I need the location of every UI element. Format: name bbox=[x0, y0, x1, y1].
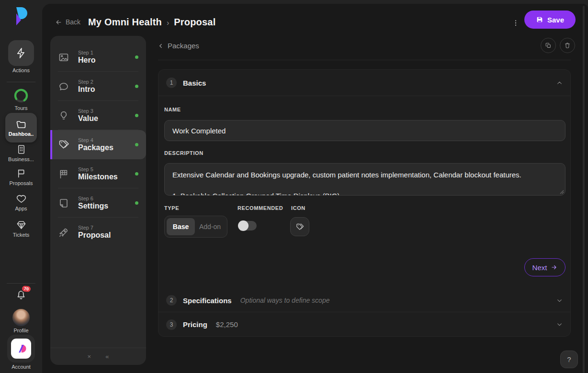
heart-icon bbox=[0, 193, 42, 204]
resize-grip-icon[interactable] bbox=[560, 190, 564, 194]
sidebar-item-label: Dashboa.. bbox=[9, 131, 34, 137]
package-form-card: 1 Basics NAME DESCRIPTION Extensive Cale… bbox=[158, 69, 571, 337]
recommended-toggle[interactable] bbox=[238, 221, 257, 230]
sidebar-item-proposals[interactable]: Proposals bbox=[0, 168, 42, 186]
sidebar-item-label: Tickets bbox=[0, 232, 42, 238]
app-logo-icon[interactable] bbox=[11, 6, 32, 28]
folder-icon bbox=[15, 119, 27, 130]
step-complete-dot bbox=[135, 143, 138, 146]
page-title-project: My Omni Health bbox=[88, 17, 162, 28]
duplicate-button[interactable] bbox=[541, 38, 556, 53]
chevron-down-icon bbox=[556, 321, 563, 328]
sidebar-item-profile[interactable]: Profile bbox=[0, 309, 42, 333]
step-complete-dot bbox=[135, 85, 138, 88]
next-button[interactable]: Next bbox=[524, 258, 565, 276]
sidebar-item-label: Proposals bbox=[0, 180, 42, 186]
type-option-base[interactable]: Base bbox=[167, 218, 195, 235]
sidebar-item-label: Business... bbox=[0, 156, 42, 162]
description-field-label: DESCRIPTION bbox=[164, 150, 204, 156]
sidebar-item-actions[interactable]: Actions bbox=[0, 40, 42, 73]
package-editor: Packages bbox=[152, 4, 588, 373]
main-surface: Back My Omni Health › Proposal Save bbox=[42, 4, 588, 373]
step-number-label: Step 2 bbox=[78, 79, 135, 85]
section-number-badge: 1 bbox=[166, 77, 177, 88]
sidebar-item-label: Actions bbox=[0, 67, 42, 73]
step-number-label: Step 4 bbox=[78, 137, 135, 143]
sidebar-item-tours[interactable]: Tours bbox=[0, 88, 42, 111]
chevron-left-icon bbox=[158, 43, 164, 49]
sidebar-item-dashboard[interactable]: Dashboa.. bbox=[5, 113, 37, 143]
step-complete-dot bbox=[135, 114, 138, 117]
step-item-value[interactable]: Step 3 Value bbox=[50, 101, 146, 130]
step-item-intro[interactable]: Step 2 Intro bbox=[50, 72, 146, 101]
step-complete-dot bbox=[135, 201, 138, 205]
image-icon bbox=[58, 52, 70, 63]
step-number-label: Step 6 bbox=[78, 196, 135, 201]
sidebar-item-tickets[interactable]: Tickets bbox=[0, 219, 42, 238]
step-number-label: Step 7 bbox=[78, 225, 138, 230]
section-specifications-header[interactable]: 2 Specifications Optional ways to define… bbox=[158, 289, 570, 312]
back-label: Back bbox=[66, 18, 80, 26]
building-icon bbox=[0, 144, 42, 155]
avatar bbox=[12, 309, 30, 326]
close-panel-button[interactable]: × bbox=[88, 353, 91, 360]
gem-icon bbox=[0, 219, 42, 230]
icon-field-label: ICON bbox=[291, 205, 305, 211]
step-item-milestones[interactable]: Step 5 Milestones bbox=[50, 159, 146, 188]
sidebar-item-label: Account bbox=[0, 364, 42, 370]
section-title: Specifications bbox=[183, 296, 232, 305]
left-rail: Actions Tours Dashboa.. bbox=[0, 0, 42, 373]
section-title: Pricing bbox=[183, 320, 207, 329]
trash-icon bbox=[564, 42, 571, 49]
sidebar-item-label: Tours bbox=[0, 105, 42, 111]
section-number-badge: 3 bbox=[166, 319, 177, 330]
rocket-icon bbox=[58, 227, 70, 238]
step-number-label: Step 3 bbox=[78, 108, 135, 114]
delete-button[interactable] bbox=[560, 38, 575, 53]
toggle-knob bbox=[238, 220, 249, 231]
step-item-settings[interactable]: Step 6 Settings bbox=[50, 188, 146, 218]
notifications-button[interactable]: 70 bbox=[0, 289, 42, 301]
step-item-hero[interactable]: Step 1 Hero bbox=[50, 43, 146, 72]
tags-icon bbox=[58, 139, 70, 151]
step-name-label: Proposal bbox=[78, 231, 138, 240]
step-name-label: Value bbox=[78, 114, 135, 123]
step-name-label: Hero bbox=[78, 56, 135, 65]
next-label: Next bbox=[532, 263, 547, 272]
type-option-addon[interactable]: Add-on bbox=[195, 218, 225, 235]
name-input[interactable] bbox=[164, 120, 565, 141]
help-button[interactable]: ? bbox=[560, 351, 578, 368]
chevron-down-icon bbox=[556, 297, 563, 304]
sidebar-item-label: Apps bbox=[0, 206, 42, 211]
chevron-up-icon bbox=[556, 80, 563, 86]
collapse-panel-button[interactable]: « bbox=[105, 353, 109, 360]
step-complete-dot bbox=[135, 172, 138, 176]
rail-divider bbox=[7, 283, 35, 284]
sidebar-item-apps[interactable]: Apps bbox=[0, 193, 42, 211]
section-basics-header[interactable]: 1 Basics bbox=[158, 70, 570, 96]
section-title: Basics bbox=[183, 79, 206, 87]
sidebar-item-label: Profile bbox=[0, 328, 42, 333]
packages-back-link[interactable]: Packages bbox=[158, 42, 199, 50]
step-item-proposal[interactable]: Step 7 Proposal bbox=[50, 218, 146, 247]
steps-panel: Step 1 Hero Step 2 Intro bbox=[50, 36, 146, 365]
step-complete-dot bbox=[135, 55, 138, 59]
icon-picker-button[interactable] bbox=[290, 217, 309, 236]
name-field-label: NAME bbox=[164, 107, 181, 112]
back-button[interactable]: Back bbox=[55, 18, 80, 26]
step-name-label: Intro bbox=[78, 85, 135, 94]
divider bbox=[158, 60, 571, 60]
app-root: Actions Tours Dashboa.. bbox=[0, 0, 588, 373]
step-item-packages[interactable]: Step 4 Packages bbox=[50, 130, 146, 159]
recommended-field-label: RECOMMENDED bbox=[237, 205, 283, 211]
notification-badge: 70 bbox=[21, 285, 32, 293]
tags-icon bbox=[295, 222, 305, 231]
section-pricing-header[interactable]: 3 Pricing $2,250 bbox=[158, 312, 570, 337]
description-textarea[interactable]: Extensive Calendar and Bookings upgrade,… bbox=[164, 163, 565, 196]
sidebar-item-account[interactable]: Account bbox=[0, 335, 42, 370]
type-field-label: TYPE bbox=[164, 205, 179, 211]
checkered-flag-icon bbox=[58, 168, 70, 180]
sidebar-item-business[interactable]: Business... bbox=[0, 144, 42, 162]
rail-divider bbox=[7, 82, 35, 82]
chat-icon bbox=[58, 81, 70, 92]
